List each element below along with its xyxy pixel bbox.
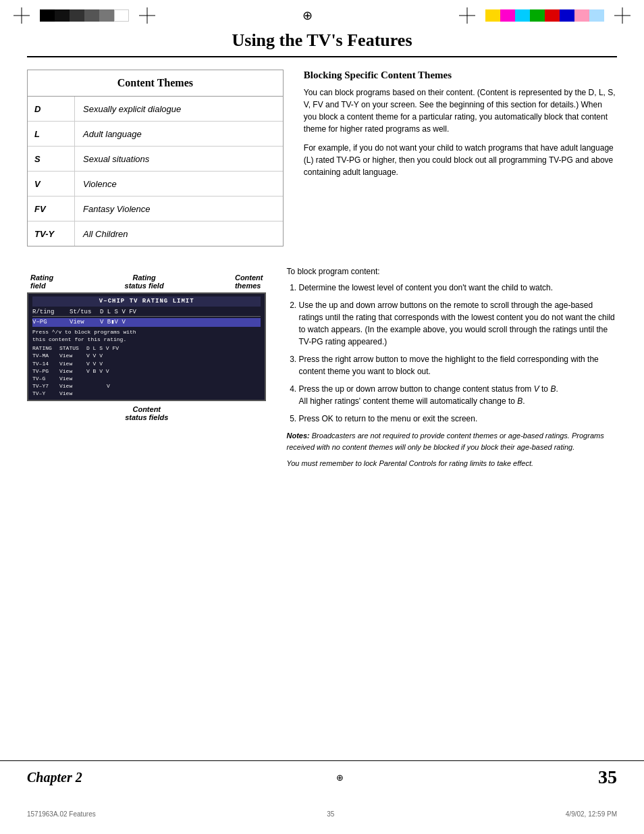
screen-row-header: RATING STATUS D L S V FV (32, 344, 261, 352)
page-title: Using the TV's Features (27, 30, 617, 57)
screen-col-content: D L S V FV (100, 308, 261, 317)
page-footer: Chapter 2 ⊕ 35 (0, 760, 644, 793)
bottom-section: Ratingfield Ratingstatus field Contentth… (27, 267, 617, 469)
blocking-section: Blocking Specific Content Themes You can… (304, 70, 617, 246)
screen-highlight-rating: V–PG (32, 318, 70, 327)
note-text-content: Broadcasters are not required to provide… (286, 432, 603, 451)
upper-section: Content Themes D Sexually explicit dialo… (27, 70, 617, 246)
ct-row-d: D Sexually explicit dialogue (28, 97, 283, 122)
top-marks-row: ⊕ (0, 0, 644, 30)
instructions-list: Determine the lowest level of content yo… (286, 282, 617, 425)
ct-desc-fv: Fantasy Violence (75, 200, 159, 218)
diagram-labels-top: Ratingfield Ratingstatus field Contentth… (27, 273, 266, 290)
ct-desc-v: Violence (75, 175, 125, 193)
ct-desc-tvy: All Children (75, 225, 136, 243)
footer-meta: 1571963A.02 Features 35 4/9/02, 12:59 PM (0, 808, 644, 820)
footer-file-info: 1571963A.02 Features (27, 810, 96, 818)
screen-row-tv14: TV–14 View V V V (32, 360, 261, 367)
ct-desc-l: Adult language (75, 125, 150, 143)
ct-code-fv: FV (28, 197, 75, 221)
ct-desc-s: Sexual situations (75, 150, 157, 168)
screen-row-tvpg: TV–PG View V B V V (32, 367, 261, 375)
ct-code-s: S (28, 147, 75, 171)
content-themes-table: Content Themes D Sexually explicit dialo… (27, 70, 284, 246)
content-themes-header: Content Themes (28, 70, 283, 97)
color-strip (485, 9, 604, 22)
ct-row-tvy: TV-Y All Children (28, 221, 283, 246)
content-themes-section: Content Themes D Sexually explicit dialo… (27, 70, 284, 246)
instruction-step-1: Determine the lowest level of content yo… (298, 282, 617, 294)
note-block: Notes: Broadcasters are not required to … (286, 430, 617, 452)
marks-left (14, 7, 155, 24)
screen-row-tvg: TV–G View (32, 375, 261, 382)
blocking-para2: For example, if you do not want your chi… (304, 142, 617, 178)
screen-row-tvy7: TV–Y7 View V (32, 382, 261, 390)
marks-right (459, 7, 630, 24)
label-rating-status: Ratingstatus field (125, 273, 164, 290)
instruction-step-5: Press OK to return to the menu or exit t… (298, 413, 617, 425)
reg-mark-center-right (459, 7, 475, 24)
reg-mark-right (614, 7, 630, 24)
ct-code-tvy: TV-Y (28, 221, 75, 246)
footer-page-number: 35 (598, 766, 617, 788)
screen-highlight-row: V–PG View V B▮V V (32, 318, 261, 327)
screen-header: R/ting St/tus D L S V FV (32, 308, 261, 317)
instructions-section: To block program content: Determine the … (286, 267, 617, 469)
screen-title: V–CHIP TV RATING LIMIT (32, 296, 261, 307)
ct-desc-d: Sexually explicit dialogue (75, 100, 189, 118)
label-rating-field: Ratingfield (30, 273, 53, 290)
ct-row-l: L Adult language (28, 122, 283, 147)
instruction-step-4: Press the up or down arrow button to cha… (298, 383, 617, 407)
note2-text-content: You must remember to lock Parental Contr… (286, 459, 533, 467)
blocking-para1: You can block programs based on their co… (304, 86, 617, 135)
ct-code-d: D (28, 97, 75, 121)
tv-diagram-area: Ratingfield Ratingstatus field Contentth… (27, 267, 266, 469)
target-symbol-top: ⊕ (302, 8, 313, 23)
diagram-caption: Contentstatus fields (27, 405, 266, 421)
bw-strip (40, 9, 129, 22)
note-label: Notes: (286, 432, 311, 440)
screen-highlight-status: View (70, 318, 100, 327)
reg-mark-center-left (139, 7, 155, 24)
ct-code-l: L (28, 122, 75, 146)
instruction-step-3: Press the right arrow button to move the… (298, 353, 617, 377)
ct-row-s: S Sexual situations (28, 147, 283, 172)
screen-row-tvy: TV–Y View (32, 390, 261, 397)
blocking-section-title: Blocking Specific Content Themes (304, 70, 617, 81)
instructions-intro: To block program content: (286, 267, 617, 276)
screen-col-status: St/tus (70, 308, 100, 317)
reg-mark-left (14, 7, 30, 24)
page-main: Using the TV's Features Content Themes D… (0, 30, 644, 469)
footer-target: ⊕ (336, 773, 344, 783)
screen-row-tvma: TV–MA View V V V (32, 352, 261, 359)
ct-row-fv: FV Fantasy Violence (28, 197, 283, 221)
screen-col-rating: R/ting (32, 308, 70, 317)
ct-row-v: V Violence (28, 172, 283, 197)
footer-date: 4/9/02, 12:59 PM (566, 810, 617, 818)
footer-page-center: 35 (327, 810, 334, 818)
screen-press-text: Press ^/v to block programs withthis con… (32, 328, 261, 343)
ct-code-v: V (28, 172, 75, 196)
screen-dr-content: D L S V FV (86, 344, 261, 352)
note2-block: You must remember to lock Parental Contr… (286, 458, 617, 469)
footer-chapter: Chapter 2 (27, 770, 82, 785)
label-content-themes: Contentthemes (235, 273, 263, 290)
instruction-step-2: Use the up and down arrow buttons on the… (298, 299, 617, 348)
screen-dr-rating: RATING (32, 344, 59, 352)
screen-dr-status: STATUS (59, 344, 86, 352)
screen-highlight-content: V B▮V V (100, 318, 261, 327)
tv-screen: V–CHIP TV RATING LIMIT R/ting St/tus D L… (27, 292, 266, 401)
